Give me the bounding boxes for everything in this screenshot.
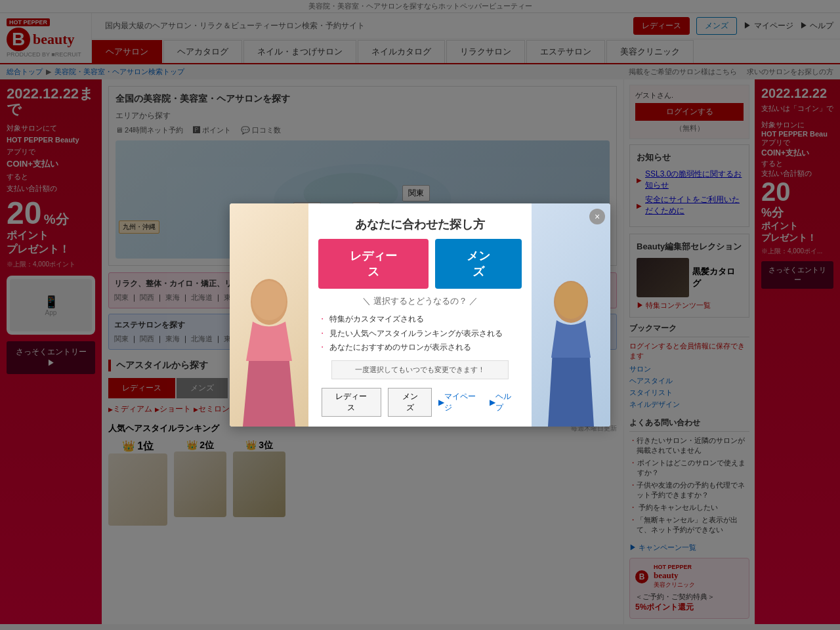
modal-footer-help[interactable]: ▶ ヘルプ [490,388,518,417]
modal-mens-btn[interactable]: メンズ [435,239,522,289]
modal-dialog: × あなたに合わせた探し方 レディース メンズ [230,203,610,427]
woman-silhouette [230,276,308,427]
modal-close-btn[interactable]: × [589,209,605,224]
modal-footer-mens[interactable]: メンズ [388,388,432,417]
modal-bullet-1: 特集がカスタマイズされる [318,312,522,327]
modal-bullet-3: あなたにおすすめのサロンが表示される [318,341,522,355]
modal-man-img [532,203,610,427]
modal-note: 一度選択してもいつでも変更できます！ [331,360,509,379]
svg-point-5 [555,282,587,319]
man-silhouette [532,276,610,427]
modal-bullets: 特集がカスタマイズされる 見たい人気ヘアスタイルランキングが表示される あなたに… [318,312,522,355]
modal-body-row: あなたに合わせた探し方 レディース メンズ ＼ 選択するとどうなるの？ ／ 特集… [230,203,610,427]
svg-point-3 [252,281,286,320]
modal-footer-ladies[interactable]: レディース [322,388,381,417]
modal-bullet-2: 見たい人気ヘアスタイルランキングが表示される [318,327,522,341]
modal-woman-img [230,203,308,427]
modal-center-content: あなたに合わせた探し方 レディース メンズ ＼ 選択するとどうなるの？ ／ 特集… [308,203,532,427]
modal-footer-tabs: レディース メンズ ▶ マイページ ▶ ヘルプ [318,385,522,420]
modal-ladies-btn[interactable]: レディース [318,239,429,289]
modal-divider: ＼ 選択するとどうなるの？ ／ [318,295,522,307]
modal-buttons: レディース メンズ [318,239,522,295]
modal-overlay[interactable]: × あなたに合わせた探し方 レディース メンズ [0,0,840,624]
modal-title: あなたに合わせた探し方 [318,213,522,239]
modal-footer-mypage[interactable]: ▶ マイページ [438,388,483,417]
